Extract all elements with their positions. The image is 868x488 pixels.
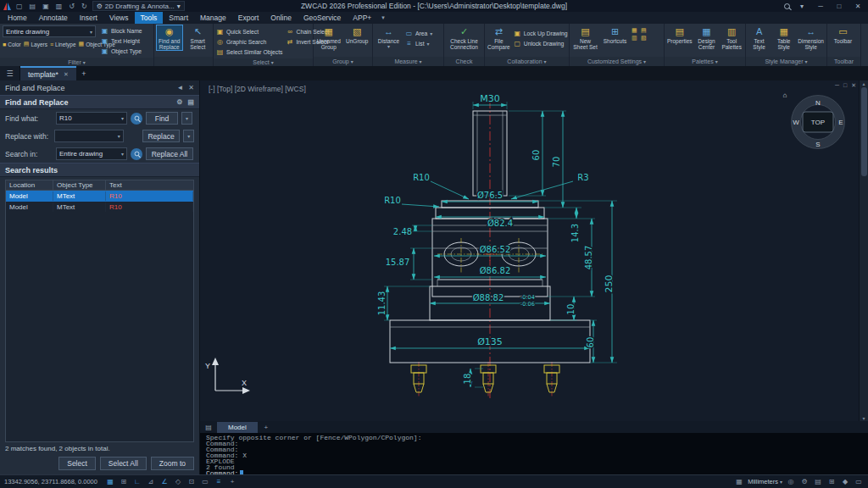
table-row[interactable]: Model MText R10 <box>6 202 193 213</box>
menu-tab-geoservice[interactable]: GeoService <box>298 12 347 24</box>
annotation-scale-icon[interactable]: ◎ <box>786 478 796 485</box>
select-all-button[interactable]: Select All <box>100 457 147 470</box>
unlock-drawing-button[interactable]: ▢Unlock Drawing <box>514 39 568 48</box>
menu-tab-export[interactable]: Export <box>232 12 265 24</box>
menu-tab-tools[interactable]: Tools <box>135 12 164 24</box>
table-style-button[interactable]: ▦ Table Style <box>773 25 794 50</box>
filter-layers-button[interactable]: ▤Layers <box>24 41 47 47</box>
menu-tab-online[interactable]: Online <box>264 12 298 24</box>
open-file-icon[interactable]: ▤ <box>28 3 38 10</box>
redo-icon[interactable]: ↻ <box>80 3 89 10</box>
replace-button[interactable]: Replace <box>142 130 181 142</box>
bottom-fittings[interactable] <box>411 365 559 392</box>
ortho-icon[interactable]: ∟ <box>132 478 142 485</box>
file-compare-button[interactable]: ⇄ File Compare <box>487 25 510 50</box>
filter-group-label[interactable]: Filter▾ <box>0 58 153 66</box>
menu-icon[interactable]: ☰ <box>0 66 20 80</box>
unnamed-group-button[interactable]: ▦ Unnamed Group <box>316 25 342 50</box>
menu-tab-app-plus[interactable]: APP+ <box>347 12 377 24</box>
column-location[interactable]: Location <box>6 180 53 190</box>
dimension-style-button[interactable]: ↔ Dimension Style <box>798 25 824 50</box>
column-object-type[interactable]: Object Type <box>53 180 106 190</box>
viewcube-west[interactable]: W <box>793 119 799 126</box>
search-dropdown-icon[interactable]: ▾ <box>795 3 809 10</box>
viewcube-south[interactable]: S <box>815 141 820 148</box>
style-manager-group-label[interactable]: Style Manager▾ <box>746 57 826 66</box>
find-dropdown-button[interactable]: ▾ <box>181 112 192 125</box>
menu-tab-home[interactable]: Home <box>2 12 33 24</box>
snap-icon[interactable]: ▦ <box>105 478 115 485</box>
new-sheet-set-button[interactable]: ▤ New Sheet Set <box>572 25 598 50</box>
palettes-group-label[interactable]: Palettes▾ <box>665 57 745 66</box>
filter-linetype-button[interactable]: ≡Linetype <box>50 41 76 47</box>
dynamic-input-icon[interactable]: ≡ <box>214 478 224 485</box>
find-button[interactable]: Find <box>146 112 178 125</box>
ungroup-button[interactable]: ▧ UnGroup <box>345 25 370 44</box>
quick-select-button[interactable]: ▣Quick Select <box>216 27 282 36</box>
isolate-objects-icon[interactable]: ⊞ <box>826 478 837 485</box>
otrack-icon[interactable]: ◇ <box>173 478 183 485</box>
undo-icon[interactable]: ↺ <box>67 3 76 10</box>
osnap-icon[interactable]: ∠ <box>159 478 170 485</box>
viewcube-top-label[interactable]: TOP <box>811 119 825 126</box>
workspace-switcher[interactable]: ⚙ 2D Drafting & Annota... ▾ <box>92 1 185 11</box>
model-tab[interactable]: Model <box>217 422 258 433</box>
scroll-up-icon[interactable]: ▴ <box>862 80 865 86</box>
tab-close-icon[interactable]: ✕ <box>64 71 69 78</box>
customize-icon[interactable]: ▤ <box>641 27 649 34</box>
menu-tab-smart[interactable]: Smart <box>163 12 194 24</box>
customize-icon[interactable]: ▧ <box>641 35 649 42</box>
shortcuts-button[interactable]: ⊞ Shortcuts <box>602 25 628 44</box>
new-tab-button[interactable]: + <box>76 66 92 80</box>
scroll-down-icon[interactable]: ▾ <box>862 415 865 421</box>
ucs-icon[interactable]: Y X <box>205 358 250 394</box>
menu-tab-manage[interactable]: Manage <box>194 12 232 24</box>
tool-palettes-button[interactable]: ▥ Tool Palettes <box>721 25 743 50</box>
lineweight-icon[interactable]: ▭ <box>200 478 210 485</box>
hardware-acceleration-icon[interactable]: ◆ <box>840 478 850 485</box>
annotation-visibility-icon[interactable]: ▤ <box>813 478 823 485</box>
command-line[interactable]: Specify opposite corner or [Fence/WPolyg… <box>200 433 868 474</box>
vertical-scrollbar[interactable]: ▴ ▾ <box>859 80 868 421</box>
menu-tab-insert[interactable]: Insert <box>74 12 103 24</box>
new-file-icon[interactable]: ▢ <box>14 3 25 10</box>
properties-button[interactable]: ▤ Properties <box>667 25 693 44</box>
object-type-toggle[interactable]: ▣Object Type <box>101 47 142 56</box>
replace-all-button[interactable]: Replace All <box>146 147 193 160</box>
toolbar-group-label[interactable]: Toolbar <box>827 57 860 66</box>
measure-group-label[interactable]: Measure▾ <box>373 57 443 66</box>
dynamic-ucs-icon[interactable]: ⊡ <box>186 478 197 485</box>
graphic-search-button[interactable]: ◎Graphic Search <box>216 37 282 47</box>
menu-tab-annotate[interactable]: Annotate <box>33 12 74 24</box>
design-center-button[interactable]: ▦ Design Center <box>696 25 718 50</box>
scrollbar-thumb[interactable] <box>861 87 867 176</box>
drawing-svg[interactable]: [-] [Top] [2D Wireframe] [WCS] <box>200 80 868 421</box>
select-group-label[interactable]: Select▾ <box>214 58 313 66</box>
minimize-button[interactable]: ─ <box>814 3 827 10</box>
find-what-combo[interactable]: R10 ▾ <box>56 112 127 125</box>
customized-settings-group-label[interactable]: Customized Settings▾ <box>570 57 664 66</box>
customize-icon[interactable]: ▥ <box>632 35 640 42</box>
replace-dropdown-button[interactable]: ▾ <box>183 130 194 142</box>
workspace-gear-icon[interactable]: ⚙ <box>799 478 810 485</box>
viewport-close-icon[interactable]: ✕ <box>851 82 856 89</box>
distance-button[interactable]: ↔ Distance ▾ <box>376 25 402 49</box>
dimension-texts[interactable]: M30 60 70 R10 R3 R10 Ø76.5 Ø82.4 2.48 15… <box>377 93 615 384</box>
text-height-toggle[interactable]: ▣Text Height <box>101 36 142 46</box>
menu-tab-views[interactable]: Views <box>103 12 135 24</box>
search-icon[interactable] <box>784 3 790 9</box>
viewport-controls-label[interactable]: [-] [Top] [2D Wireframe] [WCS] <box>209 85 306 93</box>
clean-screen-icon[interactable]: ▭ <box>854 478 864 485</box>
smart-select-button[interactable]: ↖ Smart Select <box>186 25 211 50</box>
zoom-to-button[interactable]: Zoom to <box>151 457 194 470</box>
column-text[interactable]: Text <box>106 180 193 190</box>
selection-cycling-icon[interactable]: + <box>227 478 237 485</box>
units-selector[interactable]: Millimeters ▾ <box>748 478 782 485</box>
customize-icon[interactable]: ▦ <box>632 27 640 34</box>
new-layout-button[interactable]: + <box>260 424 272 431</box>
auto-hide-pin-icon[interactable]: ◄ <box>176 84 183 92</box>
document-tab-template[interactable]: template* ✕ <box>20 66 76 80</box>
view-cube[interactable]: ⌂ N W E S TOP <box>783 92 845 149</box>
drawing-canvas[interactable]: ─ □ ✕ [-] [Top] [2D Wireframe] [WCS] <box>200 80 868 421</box>
viewcube-north[interactable]: N <box>815 99 821 107</box>
